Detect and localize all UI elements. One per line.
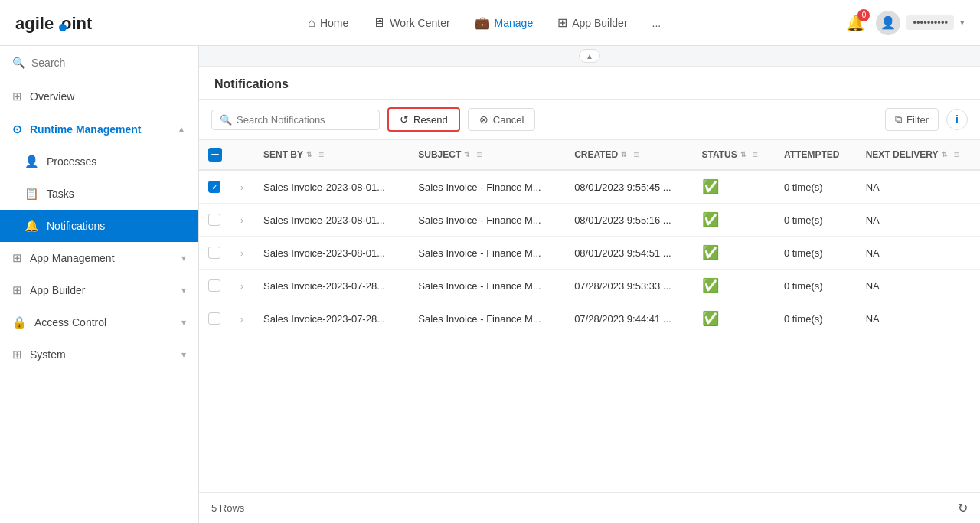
row-checkbox[interactable] bbox=[208, 312, 220, 325]
chevron-down-icon: ▾ bbox=[181, 285, 186, 296]
info-button[interactable]: i bbox=[946, 109, 968, 130]
app-builder-icon: ⊞ bbox=[12, 283, 22, 297]
col-menu-icon[interactable]: ≡ bbox=[318, 149, 324, 160]
sidebar-item-tasks[interactable]: 📋 Tasks bbox=[0, 178, 198, 210]
search-notifications-box: 🔍 bbox=[211, 110, 380, 130]
nav-workcenter-label: Work Center bbox=[390, 17, 449, 29]
created-cell: 08/01/2023 9:55:45 ... bbox=[565, 170, 692, 204]
attempted-cell: 0 time(s) bbox=[775, 170, 857, 204]
user-menu[interactable]: 👤 •••••••••• ▾ bbox=[876, 11, 965, 35]
notifications-panel: Notifications 🔍 ↺ Resend ⊗ Cancel ⧉ bbox=[199, 67, 980, 523]
chevron-up-icon: ▲ bbox=[177, 124, 186, 135]
nav-right-area: 🔔 0 👤 •••••••••• ▾ bbox=[846, 11, 965, 35]
sort-icon[interactable]: ⇅ bbox=[306, 151, 312, 159]
main-layout: 🔍 ⊞ Overview ⊙ Runtime Management ▲ 👤 Pr… bbox=[0, 46, 980, 523]
col-menu-icon[interactable]: ≡ bbox=[633, 149, 639, 160]
app-management-icon: ⊞ bbox=[12, 251, 22, 265]
chevron-down-icon: ▾ bbox=[181, 253, 186, 263]
sidebar-item-app-builder[interactable]: ⊞ App Builder ▾ bbox=[0, 274, 198, 306]
select-all-checkbox[interactable] bbox=[208, 148, 222, 162]
svg-text:oint: oint bbox=[61, 14, 93, 33]
filter-button[interactable]: ⧉ Filter bbox=[885, 108, 939, 131]
refresh-button[interactable]: ↻ bbox=[958, 501, 968, 515]
sidebar-item-runtime-management[interactable]: ⊙ Runtime Management ▲ bbox=[0, 113, 198, 145]
row-checkbox[interactable]: ✓ bbox=[208, 181, 220, 193]
sent-by-cell: Sales Invoice-2023-08-01... bbox=[254, 170, 409, 204]
sidebar-item-app-management[interactable]: ⊞ App Management ▾ bbox=[0, 242, 198, 274]
expand-row-button[interactable]: › bbox=[240, 215, 243, 226]
sort-icon[interactable]: ⇅ bbox=[942, 151, 948, 159]
resend-button[interactable]: ↺ Resend bbox=[387, 107, 460, 132]
resend-icon: ↺ bbox=[400, 113, 409, 126]
nav-appbuilder[interactable]: ⊞ App Builder bbox=[548, 9, 636, 36]
table-container: SENT BY ⇅ ≡ SUBJECT ⇅ ≡ bbox=[199, 140, 980, 492]
sort-icon[interactable]: ⇅ bbox=[621, 151, 627, 159]
nav-more[interactable]: ... bbox=[643, 11, 671, 35]
sidebar-item-system[interactable]: ⊞ System ▾ bbox=[0, 338, 198, 371]
expand-row-button[interactable]: › bbox=[240, 248, 243, 259]
created-cell: 07/28/2023 9:53:33 ... bbox=[565, 270, 692, 302]
user-name-label: •••••••••• bbox=[906, 15, 954, 30]
sent-by-cell: Sales Invoice-2023-08-01... bbox=[254, 237, 409, 270]
expand-row-button[interactable]: › bbox=[240, 281, 243, 292]
search-notifications-icon: 🔍 bbox=[220, 114, 232, 126]
nav-workcenter[interactable]: 🖥 Work Center bbox=[364, 10, 459, 36]
row-checkbox[interactable] bbox=[208, 279, 220, 292]
sidebar-item-label: System bbox=[30, 348, 66, 361]
subject-cell: Sales Invoice - Finance M... bbox=[409, 204, 565, 237]
sent-by-cell: Sales Invoice-2023-07-28... bbox=[254, 270, 409, 302]
cancel-button[interactable]: ⊗ Cancel bbox=[468, 108, 535, 131]
cancel-label: Cancel bbox=[493, 114, 524, 126]
panel-title: Notifications bbox=[214, 77, 289, 90]
top-navigation: agile oint ⌂ Home 🖥 Work Center 💼 Manage… bbox=[0, 0, 980, 46]
expand-row-button[interactable]: › bbox=[240, 182, 243, 193]
col-menu-icon[interactable]: ≡ bbox=[476, 149, 482, 160]
rows-count: 5 Rows bbox=[211, 502, 244, 514]
sidebar-item-notifications[interactable]: 🔔 Notifications bbox=[0, 210, 198, 242]
search-icon: 🔍 bbox=[12, 57, 25, 69]
sort-icon[interactable]: ⇅ bbox=[464, 151, 470, 159]
sidebar-item-overview[interactable]: ⊞ Overview bbox=[0, 80, 198, 113]
status-ok-icon: ✅ bbox=[702, 278, 719, 293]
row-checkbox[interactable] bbox=[208, 214, 220, 226]
nav-home[interactable]: ⌂ Home bbox=[299, 10, 358, 36]
col-menu-icon[interactable]: ≡ bbox=[954, 149, 959, 160]
status-cell: ✅ bbox=[693, 237, 775, 270]
sort-icon[interactable]: ⇅ bbox=[740, 151, 746, 159]
sidebar-item-access-control[interactable]: 🔒 Access Control ▾ bbox=[0, 306, 198, 338]
logo[interactable]: agile oint bbox=[15, 11, 115, 35]
resend-label: Resend bbox=[413, 114, 448, 126]
col-menu-icon[interactable]: ≡ bbox=[753, 149, 758, 160]
search-notifications-input[interactable] bbox=[237, 114, 371, 126]
sidebar-item-label: Runtime Management bbox=[30, 123, 141, 136]
access-control-icon: 🔒 bbox=[12, 315, 27, 329]
status-cell: ✅ bbox=[693, 270, 775, 302]
row-checkbox-cell bbox=[199, 302, 231, 335]
search-input[interactable] bbox=[31, 57, 186, 69]
nav-home-label: Home bbox=[320, 17, 348, 29]
notification-bell-button[interactable]: 🔔 0 bbox=[846, 14, 865, 32]
table-row: ✓ › Sales Invoice-2023-08-01... Sales In… bbox=[199, 170, 980, 204]
cancel-icon: ⊗ bbox=[479, 113, 488, 126]
svg-text:agile: agile bbox=[15, 14, 54, 33]
row-checkbox-cell bbox=[199, 270, 231, 302]
subject-cell: Sales Invoice - Finance M... bbox=[409, 302, 565, 335]
tasks-icon: 📋 bbox=[24, 187, 39, 201]
created-header: CREATED ⇅ ≡ bbox=[565, 140, 692, 170]
table-row: › Sales Invoice-2023-07-28... Sales Invo… bbox=[199, 270, 980, 302]
attempted-cell: 0 time(s) bbox=[775, 204, 857, 237]
sidebar-item-label: Access Control bbox=[34, 316, 106, 329]
sent-by-cell: Sales Invoice-2023-08-01... bbox=[254, 204, 409, 237]
overview-icon: ⊞ bbox=[12, 90, 22, 103]
row-checkbox[interactable] bbox=[208, 247, 220, 259]
row-checkbox-cell bbox=[199, 237, 231, 270]
sidebar-item-processes[interactable]: 👤 Processes bbox=[0, 145, 198, 178]
expand-row-button[interactable]: › bbox=[240, 314, 243, 325]
nav-manage[interactable]: 💼 Manage bbox=[466, 9, 543, 36]
status-cell: ✅ bbox=[693, 204, 775, 237]
nav-appbuilder-label: App Builder bbox=[572, 17, 627, 29]
status-header: STATUS ⇅ ≡ bbox=[693, 140, 775, 170]
notifications-table: SENT BY ⇅ ≡ SUBJECT ⇅ ≡ bbox=[199, 140, 980, 335]
nav-more-label: ... bbox=[652, 17, 662, 29]
collapse-button[interactable]: ▲ bbox=[579, 49, 600, 63]
